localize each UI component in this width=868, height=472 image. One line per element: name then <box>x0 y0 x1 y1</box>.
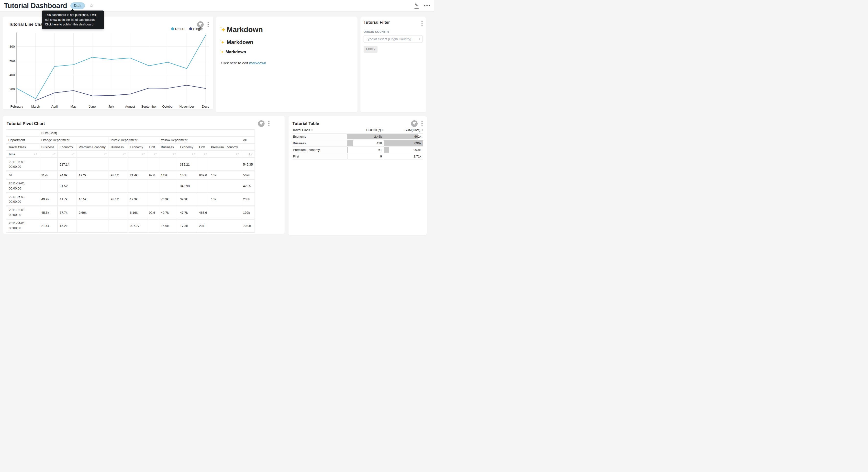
pivot-value-cell <box>197 158 209 171</box>
pivot-sort-cell[interactable]: ↓↑ <box>109 151 128 158</box>
pivot-data-row: All117k94.9k19.2k937.221.4k92.6142k106k6… <box>6 171 255 179</box>
sort-arrows-icon[interactable]: ↓↑ <box>236 153 239 156</box>
pivot-value-cell: 217.14 <box>58 158 77 171</box>
pivot-sort-cell[interactable]: ↓↑ <box>178 151 197 158</box>
pivot-value-cell: 39.9k <box>178 193 197 206</box>
pivot-group-header: Orange Department <box>39 137 109 144</box>
markdown-card[interactable]: ✦✧Markdown ✦✧ Markdown ✦✧ Markdown Click… <box>216 17 358 112</box>
pivot-sort-cell[interactable]: ↓↑ <box>209 151 241 158</box>
markdown-h3: ✦✧ Markdown <box>221 50 352 55</box>
sparkles-icon: ✦✧ <box>221 40 225 45</box>
column-header-travel-class[interactable]: Travel Class <box>292 128 347 132</box>
pivot-value-cell: 8.16k <box>128 206 147 219</box>
pivot-value-cell <box>128 179 147 193</box>
pivot-sort-cell[interactable]: ↓↑ <box>39 151 58 158</box>
select-placeholder: Type or Select [Origin Country] <box>366 37 411 41</box>
sum-value: 696k <box>414 140 421 146</box>
count-value: 61 <box>378 147 382 153</box>
table-row: Economy2.46k602k <box>292 134 423 140</box>
sort-arrows-icon[interactable]: ↓↑ <box>153 153 157 156</box>
pivot-value-cell: 37.7k <box>58 206 77 219</box>
pivot-data-row: 2011-05-01 00:00:0045.5k37.7k2.69k8.16k9… <box>6 206 255 219</box>
table-row: Premium Economy6199.8k <box>292 147 423 153</box>
pivot-sort-cell[interactable]: ↓↑ <box>77 151 109 158</box>
line-chart-canvas[interactable]: 200400600800FebruaryMarchAprilMayJuneJul… <box>3 17 213 109</box>
pivot-value-cell: 132 <box>209 193 241 206</box>
sort-arrows-icon[interactable]: ↓↑ <box>173 153 176 156</box>
sort-arrows-icon[interactable]: ↓↑ <box>103 153 106 156</box>
pivot-value-cell: 937.2 <box>109 193 128 206</box>
sort-arrows-icon[interactable]: ↓↑ <box>122 153 126 156</box>
sort-arrows-icon[interactable]: ↓↑ <box>204 153 207 156</box>
svg-text:400: 400 <box>9 73 15 77</box>
caret-down-icon: ▾ <box>419 37 420 40</box>
filter-scope-icon[interactable] <box>411 120 417 127</box>
value-bar <box>347 154 347 159</box>
kebab-menu-icon[interactable] <box>268 121 271 126</box>
pivot-value-cell <box>109 158 128 171</box>
pivot-value-cell: 465.6 <box>197 206 209 219</box>
sum-value: 1.71k <box>413 153 421 159</box>
pivot-class-header: Premium Economy <box>209 144 241 151</box>
filter-scope-icon[interactable] <box>258 120 265 127</box>
sort-arrows-icon[interactable]: ↓↑ <box>191 153 195 156</box>
pivot-value-cell: 502k <box>241 171 255 179</box>
header-actions: ✎ <box>414 3 430 8</box>
pivot-corner-cell <box>6 129 39 137</box>
sparkles-icon: ✦✧ <box>221 26 226 33</box>
pivot-value-cell: 132 <box>209 171 241 179</box>
pivot-value-cell <box>209 219 241 232</box>
count-value: 9 <box>380 153 382 159</box>
pivot-sort-cell-active[interactable]: ↓ <box>241 151 255 158</box>
pivot-value-cell <box>109 219 128 232</box>
pivot-value-cell: 192k <box>241 206 255 219</box>
pivot-all-header: All <box>241 137 255 144</box>
pivot-value-cell <box>209 158 241 171</box>
column-header-count[interactable]: COUNT(*) <box>347 128 384 132</box>
sort-arrows-icon <box>311 129 313 131</box>
pivot-sort-cell[interactable]: ↓↑ <box>128 151 147 158</box>
origin-country-select[interactable]: Type or Select [Origin Country] ▾ <box>364 35 423 43</box>
pivot-value-cell: 106k <box>178 171 197 179</box>
pivot-department-label: Department <box>6 137 39 144</box>
pivot-value-cell: 15.2k <box>58 219 77 232</box>
count-value: 2.46k <box>374 134 382 140</box>
pivot-sort-cell[interactable]: ↓↑ <box>197 151 209 158</box>
pivot-table-container: SUM(Cost)DepartmentOrange DepartmentPurp… <box>6 129 254 233</box>
page-title[interactable]: Tutorial Dashboard <box>4 2 67 10</box>
kebab-menu-icon[interactable] <box>421 21 424 26</box>
column-header-sum-cost[interactable]: SUM(Cost) <box>384 128 423 132</box>
star-icon[interactable]: ☆ <box>89 3 94 8</box>
pivot-sort-cell[interactable]: ↓↑ <box>58 151 77 158</box>
edit-markdown-link[interactable]: markdown <box>249 61 266 65</box>
pivot-data-row: 2011-02-01 00:00:0081.52343.98425.5 <box>6 179 255 193</box>
tutorial-table-card: Tutorial Table Travel Class COUNT(*) SUM… <box>288 116 427 235</box>
markdown-h1: ✦✧Markdown <box>221 25 352 34</box>
pivot-value-cell: 937.2 <box>109 171 128 179</box>
sparkles-icon: ✦✧ <box>221 50 224 54</box>
pivot-group-header: Yellow Department <box>159 137 241 144</box>
apply-button[interactable]: APPLY <box>364 46 377 53</box>
pivot-sort-cell[interactable]: ↓↑ <box>159 151 178 158</box>
sort-arrows-icon[interactable]: ↓↑ <box>141 153 145 156</box>
sort-arrows-icon[interactable]: ↓↑ <box>52 153 56 156</box>
sort-arrows-icon[interactable]: ↓↑ <box>71 153 74 156</box>
svg-text:November: November <box>180 105 194 108</box>
pivot-class-header: Economy <box>128 144 147 151</box>
pivot-value-cell: 92.6 <box>147 171 159 179</box>
sort-desc-icon[interactable]: ↓ <box>248 153 253 156</box>
table-header-row: Travel Class COUNT(*) SUM(Cost) <box>292 127 423 134</box>
value-bar <box>384 147 389 153</box>
pivot-value-cell: 238k <box>241 193 255 206</box>
ellipsis-menu-button[interactable] <box>424 4 430 7</box>
kebab-menu-icon[interactable] <box>421 121 424 126</box>
pivot-data-row: 2011-04-01 00:00:0021.4k15.2k927.7715.9k… <box>6 219 255 232</box>
origin-country-label: ORIGIN COUNTRY <box>364 30 423 33</box>
draft-status-badge[interactable]: Draft <box>70 2 85 9</box>
sort-arrows-icon[interactable]: ↓↑ <box>34 152 37 155</box>
pivot-sort-cell[interactable]: ↓↑ <box>147 151 159 158</box>
dashboard-page: Tutorial Dashboard Draft ☆ ✎ This dashbo… <box>0 0 434 236</box>
pivot-time-header[interactable]: Time↓↑ <box>6 151 39 158</box>
pivot-chart-title: Tutorial Pivot Chart <box>7 121 45 126</box>
edit-dashboard-button[interactable]: ✎ <box>414 3 418 8</box>
